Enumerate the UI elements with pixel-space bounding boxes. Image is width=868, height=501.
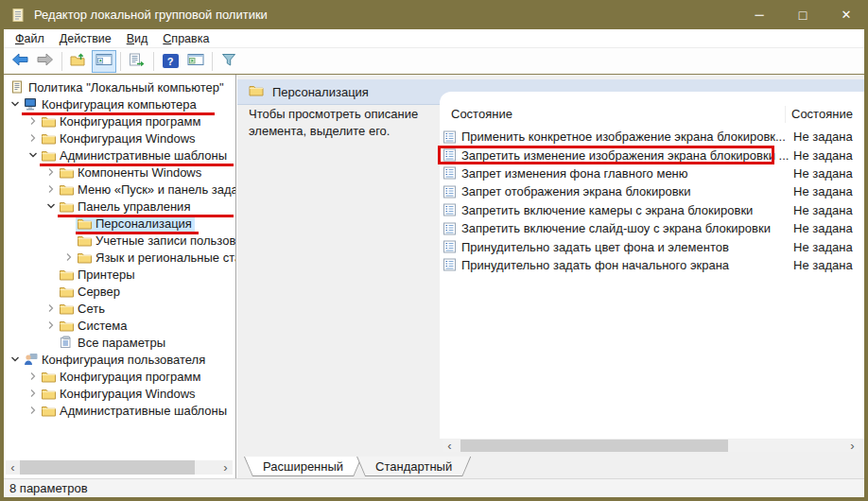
tree-item-computer-configuration[interactable]: Конфигурация компьютера [4,95,234,112]
tree-item-start-menu-taskbar[interactable]: Меню «Пуск» и панель задач [4,181,234,198]
tree-item-content[interactable]: Конфигурация компьютера [22,96,200,112]
minimize-button[interactable]: ─ [738,0,781,29]
chevron-down-icon[interactable] [26,148,40,162]
tree-item-content[interactable]: Меню «Пуск» и панель задач [58,181,236,198]
filter-button[interactable] [217,50,241,73]
policy-item-cell[interactable]: Запретить включение камеры с экрана блок… [443,203,790,217]
tree-item-content[interactable]: Система [58,318,130,334]
tree-item-network[interactable]: Сеть [4,300,234,317]
tree-item-personalization[interactable]: Персонализация [4,215,234,232]
tree-horizontal-scrollbar[interactable]: ‹ › [6,460,233,475]
tree-item-all-settings[interactable]: Все параметры [4,334,234,351]
tree-item-windows-settings[interactable]: Конфигурация Windows [4,130,234,147]
chevron-down-icon[interactable] [9,97,22,111]
chevron-right-icon[interactable] [62,250,76,264]
policy-item[interactable]: Принудительно задать цвет фона и элемент… [440,237,864,255]
chevron-down-icon[interactable] [44,199,58,213]
tree-item-user-configuration[interactable]: Конфигурация пользователя [4,351,234,368]
tree-item-administrative-templates[interactable]: Административные шаблоны [4,147,234,164]
scrollbar-right-arrow-icon[interactable]: › [845,440,859,452]
scrollbar-thumb[interactable] [20,460,195,475]
chevron-down-icon[interactable] [9,353,22,366]
column-header-state[interactable]: Состояние [790,107,853,121]
policy-item[interactable]: Принудительно задать фон начального экра… [440,256,864,274]
tree-item-user-administrative-templates[interactable]: Административные шаблоны [4,402,234,419]
policy-item-highlighted[interactable]: Запретить изменение изображения экрана б… [440,146,864,164]
policy-item[interactable]: Запретить включение слайд-шоу с экрана б… [440,219,864,237]
help-button[interactable]: ? [158,50,182,73]
tree-item-content[interactable]: Конфигурация Windows [40,386,199,402]
policy-item-cell[interactable]: Запретить включение слайд-шоу с экрана б… [443,221,790,235]
tree-item-content[interactable]: Сервер [58,284,123,300]
tree-item-control-panel[interactable]: Панель управления [4,198,234,215]
chevron-right-icon[interactable] [26,114,40,128]
tree-item-windows-components[interactable]: Компоненты Windows [4,164,234,181]
show-console-tree-button[interactable] [92,50,116,73]
tree-item-content[interactable]: Компоненты Windows [58,164,204,181]
policy-item[interactable]: Запретить включение камеры с экрана блок… [440,201,864,219]
chevron-right-icon[interactable] [44,319,58,332]
tree-item-content[interactable]: Конфигурация программ [40,369,203,385]
tree-item-content[interactable]: Конфигурация пользователя [22,352,208,368]
tree-item-policy-root[interactable]: Политика "Локальный компьютер" [4,78,234,95]
chevron-right-icon[interactable] [26,370,40,383]
maximize-button[interactable]: □ [781,0,825,29]
tree-item-content[interactable]: Сеть [58,301,108,317]
extended-view-button[interactable] [183,50,208,73]
tree-item-regional-options[interactable]: Язык и региональные стан [4,249,234,266]
tree-item-content[interactable]: Панель управления [58,199,193,215]
tree-item-software-settings[interactable]: Конфигурация программ [4,112,234,130]
tree-item-printers[interactable]: Принтеры [4,266,234,283]
policy-item[interactable]: Применить конкретное изображение экрана … [440,128,864,146]
policy-item-label: Запретить изменение изображения экрана б… [461,148,789,163]
policy-item-cell[interactable]: Принудительно задать цвет фона и элемент… [443,240,790,254]
policy-item[interactable]: Запрет изменения фона главного менюНе за… [440,164,864,182]
back-button[interactable] [8,50,32,73]
menu-action[interactable]: Действие [52,30,119,47]
tab-standard[interactable]: Стандартный [356,457,471,476]
tree-item-label: Конфигурация Windows [60,387,196,401]
tree-item-content[interactable]: Административные шаблоны [40,147,230,164]
tree-item-user-windows-settings[interactable]: Конфигурация Windows [4,385,234,402]
scrollbar-thumb[interactable] [460,440,728,452]
scrollbar-left-arrow-icon[interactable]: ‹ [443,440,457,452]
up-one-level-button[interactable] [66,50,91,73]
policy-item-cell[interactable]: Запретить изменение изображения экрана б… [443,148,790,163]
tree-item-content[interactable]: Учетные записи пользова [76,233,236,249]
menu-file[interactable]: Файл [8,30,52,47]
list-horizontal-scrollbar[interactable]: ‹ › [443,440,859,452]
tree-item-content[interactable]: Все параметры [58,335,168,351]
scrollbar-left-arrow-icon[interactable]: ‹ [6,460,20,475]
chevron-right-icon[interactable] [44,302,58,315]
tree-item-content[interactable]: Административные шаблоны [40,403,230,419]
export-list-button[interactable] [125,50,149,73]
tree-item-system[interactable]: Система [4,317,234,334]
policy-item-cell[interactable]: Запрет изменения фона главного меню [443,166,790,181]
tree-item-content[interactable]: Политика "Локальный компьютер" [9,79,227,95]
forward-button[interactable] [33,50,58,73]
chevron-right-icon[interactable] [26,387,40,400]
tree-item-content[interactable]: Персонализация [76,216,195,232]
close-button[interactable]: ✕ [825,0,868,29]
chevron-right-icon[interactable] [44,165,58,179]
chevron-right-icon[interactable] [26,131,40,145]
tree-item-server[interactable]: Сервер [4,283,234,300]
scrollbar-right-arrow-icon[interactable]: › [218,460,233,475]
chevron-right-icon[interactable] [26,404,40,417]
policy-item-cell[interactable]: Принудительно задать фон начального экра… [443,258,790,272]
chevron-right-icon[interactable] [44,182,58,196]
policy-item-cell[interactable]: Применить конкретное изображение экрана … [443,130,790,144]
tree-item-content[interactable]: Конфигурация Windows [40,130,199,147]
tree-item-user-software-settings[interactable]: Конфигурация программ [4,368,234,385]
tree-item-content[interactable]: Конфигурация программ [40,113,203,130]
policy-item[interactable]: Запрет отображения экрана блокировкиНе з… [440,182,864,200]
tree-item-content[interactable]: Язык и региональные стан [76,250,236,266]
tree-item-content[interactable]: Принтеры [58,267,138,283]
policy-item-cell[interactable]: Запрет отображения экрана блокировки [443,184,790,199]
column-header-setting[interactable]: Состояние [440,107,790,121]
menu-help[interactable]: Справка [155,30,217,47]
tab-label: Стандартный [375,459,452,474]
tree-item-user-accounts[interactable]: Учетные записи пользова [4,232,234,249]
tab-extended[interactable]: Расширенный [244,457,362,476]
menu-view[interactable]: Вид [119,30,156,47]
